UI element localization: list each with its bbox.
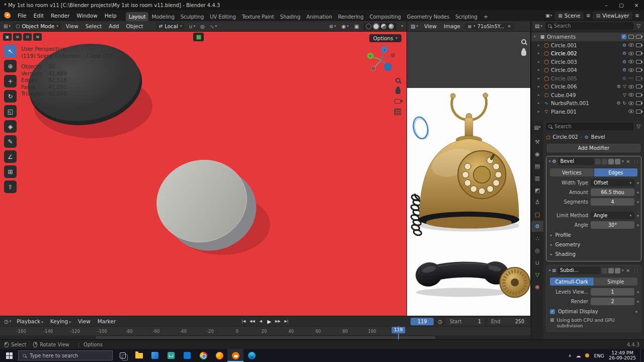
- workspace-tab-shading[interactable]: Shading: [277, 12, 303, 21]
- taskbar-app-blender[interactable]: [227, 349, 244, 362]
- timeline-menu-marker[interactable]: Marker: [94, 317, 119, 325]
- green-cube-button[interactable]: [193, 33, 204, 41]
- workspace-tab-texture-paint[interactable]: Texture Paint: [239, 12, 277, 21]
- pan-hand-icon[interactable]: [395, 88, 400, 94]
- properties-tab-material[interactable]: ◉: [531, 281, 543, 292]
- hide-in-viewport-toggle[interactable]: [628, 43, 634, 47]
- outliner-item-plane-001[interactable]: ▸▽Plane.001: [531, 108, 644, 116]
- select-box-tool[interactable]: ↖: [4, 45, 17, 57]
- taskbar-search-input[interactable]: Type here to search: [18, 350, 113, 360]
- disable-in-renders-toggle[interactable]: [636, 101, 641, 105]
- properties-tab-scene[interactable]: ◩: [531, 185, 543, 196]
- add-modifier-button[interactable]: Add Modifier: [547, 144, 640, 152]
- drag-handle-icon[interactable]: ⋮⋮: [632, 159, 638, 164]
- viewport-menu-add[interactable]: Add: [105, 22, 122, 30]
- toggle-render-icon[interactable]: [615, 268, 620, 274]
- shading-material-icon[interactable]: [381, 24, 386, 29]
- properties-tab-modifiers[interactable]: ⚙: [531, 221, 543, 232]
- next-keyframe-button[interactable]: ▶▶: [274, 318, 282, 325]
- close-modifier-icon[interactable]: ×: [625, 159, 631, 164]
- shading-dropdown-icon[interactable]: ▾: [400, 24, 404, 28]
- unlink-image-icon[interactable]: ×: [506, 24, 512, 29]
- close-icon[interactable]: ×: [629, 0, 644, 10]
- taskbar-app-task-view[interactable]: [115, 349, 131, 362]
- zoom-icon[interactable]: [521, 39, 526, 44]
- animate-dot[interactable]: [637, 182, 639, 184]
- snap-magnet-icon[interactable]: ∪▾: [188, 24, 196, 29]
- expander-icon[interactable]: ▸: [538, 110, 542, 114]
- disable-in-renders-toggle[interactable]: [636, 76, 641, 80]
- outliner-search-input[interactable]: Search: [545, 22, 633, 30]
- image-menu-image[interactable]: Image: [440, 22, 464, 30]
- disable-in-renders-toggle[interactable]: [636, 68, 641, 72]
- hide-in-viewport-toggle[interactable]: [628, 77, 634, 79]
- extrude-tool[interactable]: ⇧: [4, 180, 17, 193]
- orientation-dropdown[interactable]: ⇄Local▾: [156, 23, 185, 30]
- workspace-tab-scripting[interactable]: Scripting: [452, 12, 480, 21]
- hide-in-viewport-toggle[interactable]: [628, 85, 634, 88]
- timeline-menu-playback[interactable]: Playback ▾: [13, 317, 47, 325]
- show-gizmo-icon[interactable]: ⊚▾: [328, 24, 337, 29]
- affect-vertices-button[interactable]: Vertices: [550, 168, 594, 176]
- expander-icon[interactable]: ▸: [538, 51, 542, 55]
- extras-caret-icon[interactable]: ▾: [622, 159, 624, 163]
- new-scene-icon[interactable]: ⊞: [586, 13, 590, 18]
- menu-file[interactable]: File: [14, 12, 30, 20]
- show-desktop-button[interactable]: [640, 349, 643, 362]
- subdiv-render-field[interactable]: 2: [591, 298, 634, 305]
- animate-dot[interactable]: [637, 301, 639, 303]
- select-mode-new-icon[interactable]: ▣: [3, 33, 12, 41]
- select-mode-extend-icon[interactable]: ⊞: [13, 33, 22, 41]
- select-mode-subtract-icon[interactable]: ⊟: [23, 33, 32, 41]
- properties-tab-object[interactable]: ▢: [531, 209, 543, 220]
- disable-in-viewports-toggle[interactable]: [628, 35, 634, 39]
- toggle-xray-icon[interactable]: ▣: [353, 24, 360, 29]
- expander-icon[interactable]: ▸: [538, 84, 542, 88]
- properties-tab-render[interactable]: ◉: [531, 148, 543, 159]
- disable-in-renders-toggle[interactable]: [636, 35, 641, 39]
- properties-tab-world[interactable]: ♁: [531, 197, 543, 208]
- modifier-name-field[interactable]: Bevel: [558, 158, 594, 165]
- minimize-icon[interactable]: –: [599, 0, 614, 10]
- shading-wireframe-icon[interactable]: [366, 24, 371, 29]
- expander-icon[interactable]: ▾: [534, 35, 538, 39]
- collection-checkbox[interactable]: ✓: [621, 34, 626, 39]
- hide-in-viewport-toggle[interactable]: [628, 60, 634, 63]
- new-viewlayer-icon[interactable]: ⊞: [635, 13, 639, 18]
- frame-end-field[interactable]: End250: [488, 318, 528, 325]
- expander-icon[interactable]: ▸: [538, 93, 542, 97]
- zoom-icon[interactable]: [395, 78, 400, 83]
- properties-tab-physics[interactable]: ◎: [531, 245, 543, 256]
- expand-caret-icon[interactable]: ▾: [549, 268, 551, 273]
- measure-tool[interactable]: ∠: [4, 150, 17, 163]
- falloff-icon[interactable]: ∿▾: [209, 24, 218, 29]
- bevel-angle-field[interactable]: 30°: [591, 221, 634, 229]
- scene-selector[interactable]: ▦Scene: [554, 12, 584, 20]
- hide-in-viewport-toggle[interactable]: [628, 93, 634, 97]
- move-tool[interactable]: +: [4, 75, 17, 87]
- add-primitive-tool[interactable]: ⊞: [4, 165, 17, 178]
- expander-icon[interactable]: ▸: [538, 101, 542, 105]
- use-preview-range-icon[interactable]: ◷: [437, 319, 443, 324]
- gizmo-view-ball[interactable]: [384, 63, 392, 71]
- outliner-item-circle-001[interactable]: ▸◯Circle.001⚙: [531, 41, 644, 50]
- subdiv-type-catmull-clark-button[interactable]: Catmull-Clark: [550, 278, 594, 286]
- menu-edit[interactable]: Edit: [30, 12, 47, 20]
- expander-icon[interactable]: ▸: [538, 60, 542, 64]
- blender-logo-icon[interactable]: [3, 12, 11, 20]
- expand-caret-icon[interactable]: ▾: [549, 159, 551, 163]
- bevel-width-type-field[interactable]: Offset▾: [591, 179, 634, 187]
- image-menu-view[interactable]: View: [421, 22, 440, 30]
- editor-type-icon[interactable]: ⊞▾: [3, 24, 12, 29]
- outliner-item-circle-003[interactable]: ▸◯Circle.003⚙: [531, 58, 644, 66]
- hide-in-viewport-toggle[interactable]: [628, 68, 634, 72]
- properties-editor-type-icon[interactable]: ▤▾: [531, 123, 543, 132]
- taskbar-app-photos[interactable]: [147, 349, 163, 362]
- maximize-icon[interactable]: ▢: [614, 0, 629, 10]
- properties-search-input[interactable]: Search: [546, 123, 633, 130]
- viewport-menu-object[interactable]: Object: [122, 22, 146, 30]
- play-reverse-button[interactable]: ◀: [257, 318, 265, 325]
- breadcrumb-modifier[interactable]: Bevel: [591, 134, 605, 140]
- menu-help[interactable]: Help: [101, 12, 120, 20]
- properties-tab-constraints[interactable]: ⊔: [531, 257, 543, 268]
